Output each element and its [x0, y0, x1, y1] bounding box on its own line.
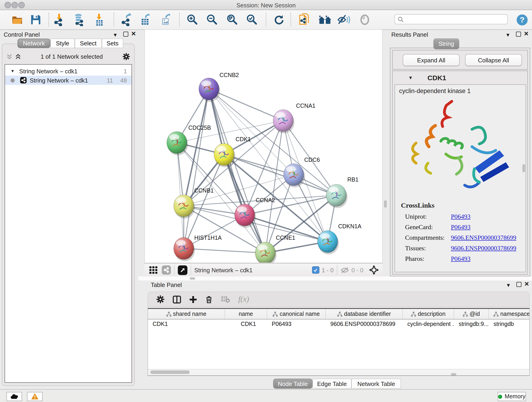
fit-selected-crosshair-icon[interactable]: [369, 265, 379, 275]
network-share-view-icon[interactable]: [162, 265, 171, 274]
grid-view-icon[interactable]: [149, 265, 158, 274]
results-scrollbar-thumb[interactable]: [522, 164, 525, 172]
column-header-shared-name[interactable]: shared name: [148, 309, 225, 319]
network-edge[interactable]: [209, 89, 283, 121]
zoom-out-button[interactable]: [204, 12, 220, 27]
network-tree-item-row[interactable]: String Network – cdk1 11 48: [5, 76, 132, 85]
table-cell[interactable]: stringdb: [489, 319, 530, 329]
add-column-icon[interactable]: [189, 295, 197, 303]
network-tree-root-row[interactable]: ▼ String Network – cdk1 1: [5, 66, 132, 76]
network-node-rb1[interactable]: RB1: [326, 176, 359, 208]
import-network-button[interactable]: [52, 12, 67, 27]
results-panel-menu-icon[interactable]: ▼: [505, 32, 510, 38]
results-panel-close-icon[interactable]: ✕: [524, 31, 529, 37]
network-file-button[interactable]: [297, 12, 312, 27]
column-header-namespace[interactable]: namespace: [489, 309, 530, 319]
export-table-button[interactable]: [138, 12, 153, 27]
table-cell[interactable]: cyclin-dependent ...: [403, 319, 454, 329]
cloud-status-button[interactable]: [6, 392, 22, 401]
collapse-all-icon[interactable]: [6, 53, 12, 59]
tab-string[interactable]: String: [433, 38, 459, 49]
toolbar-search-field[interactable]: [394, 14, 508, 24]
refresh-button[interactable]: [271, 12, 286, 27]
table-splitter-handle[interactable]: [451, 373, 456, 375]
horizontal-splitter-handle[interactable]: [190, 277, 195, 280]
column-header-canonical-name[interactable]: canonical name: [267, 309, 326, 319]
table-data-row[interactable]: CDK1CDK1P064939606.ENSP00000378699cyclin…: [148, 319, 529, 329]
network-edge[interactable]: [224, 154, 265, 253]
network-canvas[interactable]: CCNB2CCNA1CDC25BCDK1CDC6RB1CCNB1CCNA2CDK…: [144, 29, 383, 263]
tab-sets[interactable]: Sets: [102, 38, 123, 48]
collapse-all-button[interactable]: Collapse All: [465, 54, 522, 66]
home-networks-button[interactable]: [317, 12, 333, 27]
export-image-button[interactable]: [158, 12, 174, 27]
import-table-button[interactable]: [92, 12, 107, 27]
table-horizontal-scrollbar[interactable]: [148, 369, 529, 375]
table-cell[interactable]: 9606.ENSP00000378699: [326, 319, 403, 329]
tab-network[interactable]: Network: [17, 38, 51, 48]
horizontal-splitter[interactable]: [138, 276, 532, 281]
table-settings-gear-icon[interactable]: [156, 295, 165, 303]
crosslink-label: Compartments:: [405, 234, 451, 242]
network-edge[interactable]: [209, 89, 336, 195]
selected-checkbox-icon[interactable]: [312, 266, 319, 274]
expand-all-icon[interactable]: [15, 53, 21, 59]
table-cell[interactable]: stringdb:9...: [454, 319, 489, 329]
column-label: namespace: [500, 311, 530, 317]
zoom-fit-button[interactable]: [225, 12, 240, 27]
zoom-selected-button[interactable]: [244, 12, 260, 27]
gene-section-header[interactable]: ▼ CDK1: [393, 71, 527, 84]
hide-glasses-button[interactable]: [336, 12, 351, 27]
column-header-name[interactable]: name: [225, 309, 267, 319]
crosslink-value[interactable]: 9606.ENSP00000378699: [451, 245, 516, 252]
control-panel-menu-icon[interactable]: ▼: [113, 32, 118, 38]
tab-edge-table[interactable]: Edge Table: [312, 379, 351, 389]
network-node-ccna1[interactable]: CCNA1: [273, 102, 316, 133]
expand-all-button[interactable]: Expand All: [403, 54, 460, 66]
tab-style[interactable]: Style: [51, 38, 75, 48]
crosslink-value[interactable]: P06493: [451, 224, 471, 231]
vertical-splitter-handle[interactable]: [384, 200, 387, 208]
table-cell[interactable]: CDK1: [148, 319, 225, 329]
eye-button[interactable]: [357, 12, 373, 27]
network-node-cdkn1a[interactable]: CDKN1A: [317, 223, 361, 254]
control-panel-float-icon[interactable]: [123, 32, 128, 37]
delete-column-icon[interactable]: [205, 295, 213, 303]
column-header-database-identifier[interactable]: database identifier: [326, 309, 403, 319]
show-columns-icon[interactable]: [173, 295, 181, 303]
results-panel-float-icon[interactable]: [516, 32, 521, 37]
tree-disclosure-icon[interactable]: ▼: [11, 69, 15, 73]
network-options-gear-icon[interactable]: [122, 52, 130, 60]
save-session-button[interactable]: [28, 12, 44, 27]
import-network-from-database-button[interactable]: [71, 12, 87, 27]
export-network-button[interactable]: [119, 12, 135, 27]
help-button[interactable]: ?: [514, 12, 530, 27]
open-session-button[interactable]: [9, 12, 25, 27]
network-edge[interactable]: [184, 249, 265, 253]
tab-select[interactable]: Select: [75, 38, 102, 48]
table-panel-menu-icon[interactable]: ▼: [506, 282, 511, 288]
network-edge[interactable]: [265, 121, 283, 253]
crosslink-value[interactable]: P06493: [451, 213, 471, 220]
zoom-in-button[interactable]: [185, 12, 200, 27]
control-panel-close-icon[interactable]: ✕: [131, 31, 136, 37]
network-node-cdc6[interactable]: CDC6: [284, 157, 320, 187]
table-panel-close-icon[interactable]: ✕: [524, 281, 529, 287]
column-header--id[interactable]: @id: [454, 309, 489, 319]
tab-node-table[interactable]: Node Table: [273, 379, 312, 389]
table-cell[interactable]: CDK1: [225, 319, 267, 329]
memory-button[interactable]: Memory: [498, 392, 526, 401]
column-header-description[interactable]: description: [403, 309, 454, 319]
network-node-hist1h1a[interactable]: HIST1H1A: [174, 235, 222, 261]
crosslink-value[interactable]: 9606.ENSP00000378699: [451, 234, 516, 242]
tab-network-table[interactable]: Network Table: [351, 379, 401, 389]
crosslink-value[interactable]: P06493: [451, 255, 471, 263]
table-cell[interactable]: P06493: [267, 319, 326, 329]
warnings-button[interactable]: [27, 392, 43, 401]
network-edge[interactable]: [184, 89, 209, 249]
table-scrollbar-thumb[interactable]: [150, 370, 190, 374]
network-edge[interactable]: [177, 121, 283, 143]
gene-disclosure-icon[interactable]: ▼: [408, 75, 413, 80]
birds-eye-view-icon[interactable]: [178, 265, 187, 275]
table-panel-float-icon[interactable]: [516, 282, 521, 287]
